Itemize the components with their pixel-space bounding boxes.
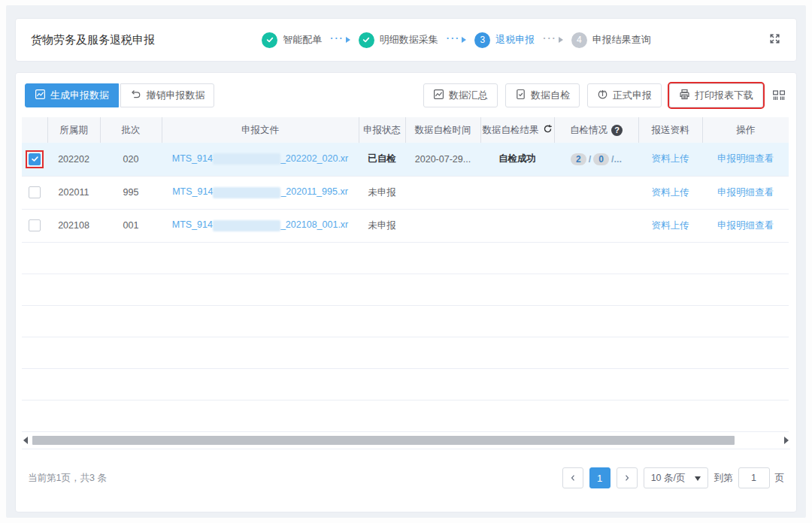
button-label: 正式申报 [613, 89, 652, 102]
count-badge: 0 [593, 153, 609, 165]
goto-page-input[interactable] [738, 467, 770, 488]
file-link[interactable]: MTS_914_202202_020.xr [172, 153, 349, 164]
generate-declaration-data-button[interactable]: 生成申报数据 [25, 83, 119, 107]
col-file: 申报文件 [162, 117, 359, 143]
refresh-icon[interactable] [543, 124, 553, 136]
scroll-right-icon[interactable] [784, 437, 789, 444]
row-checkbox[interactable] [29, 153, 41, 165]
button-label: 数据汇总 [449, 89, 488, 102]
declaration-table: 所属期 批次 申报文件 申报状态 数据自检时间 数据自检结果 自检情况? 报送资… [22, 117, 789, 432]
view-detail-link[interactable]: 申报明细查看 [717, 153, 774, 164]
file-cell: MTS_914_202108_001.xr [162, 209, 359, 242]
upload-link[interactable]: 资料上传 [652, 220, 689, 231]
help-icon[interactable]: ? [611, 125, 623, 136]
check-result-cell [480, 176, 554, 209]
print-report-download-button[interactable]: 打印报表下载 [669, 83, 763, 107]
checkbox-highlight [26, 183, 44, 201]
step-tax-refund-declare: 3 退税申报 [474, 32, 535, 48]
action-cell: 申报明细查看 [702, 176, 789, 209]
columns-icon[interactable] [771, 89, 787, 101]
check-detail-cell [554, 176, 638, 209]
doc-check-icon [515, 89, 526, 102]
check-time-cell [405, 176, 480, 209]
file-cell: MTS_914_202202_020.xr [162, 143, 359, 176]
horizontal-scrollbar[interactable] [22, 434, 790, 447]
generate-button-group: 生成申报数据 撤销申报数据 [25, 83, 214, 107]
upload-link[interactable]: 资料上传 [652, 187, 689, 198]
period-cell: 202202 [47, 143, 100, 176]
upload-link[interactable]: 资料上传 [652, 153, 689, 164]
period-cell: 202011 [47, 176, 100, 209]
step-number-badge: 4 [571, 32, 587, 48]
page-summary: 当前第1页，共3 条 [28, 472, 107, 485]
check-time-cell: 2020-07-29... [405, 143, 480, 176]
row-checkbox[interactable] [29, 219, 41, 231]
checkbox-highlight [26, 150, 44, 168]
file-link[interactable]: MTS_914_202011_995.xr [172, 186, 348, 197]
empty-row [22, 400, 789, 431]
action-cell: 申报明细查看 [702, 209, 789, 242]
fullscreen-icon[interactable] [768, 32, 781, 47]
printer-icon [679, 89, 690, 102]
page-number-button[interactable]: 1 [589, 467, 611, 488]
batch-cell: 995 [100, 176, 162, 209]
next-page-button[interactable] [617, 467, 638, 488]
button-label: 数据自检 [531, 89, 570, 102]
upload-cell: 资料上传 [638, 176, 702, 209]
data-self-check-button[interactable]: 数据自检 [505, 83, 580, 107]
declaration-panel: 生成申报数据 撤销申报数据 数据汇总 数据自检 正式申报 [15, 72, 797, 512]
goto-page: 到第 页 [714, 467, 785, 488]
step-indicator: 智能配单 ··· 明细数据采集 ··· 3 退税申报 ··· 4 申报结果查询 [155, 32, 758, 48]
row-checkbox[interactable] [29, 186, 41, 198]
page-size-select[interactable]: 10 条/页 [644, 467, 708, 488]
batch-cell: 020 [100, 143, 162, 176]
table-footer: 当前第1页，共3 条 1 10 条/页 到第 页 [22, 449, 790, 512]
step-number-badge: 3 [474, 32, 490, 48]
col-check-detail: 自检情况? [554, 117, 638, 143]
checkbox-cell [22, 143, 47, 176]
page-header: 货物劳务及服务退税申报 智能配单 ··· 明细数据采集 ··· 3 退税申报 ·… [15, 18, 797, 62]
prev-page-button[interactable] [562, 467, 583, 488]
scrollbar-track[interactable] [32, 436, 780, 445]
col-upload: 报送资料 [638, 117, 702, 143]
check-icon [262, 32, 277, 48]
chevron-down-icon [695, 476, 701, 484]
empty-row [22, 305, 789, 337]
col-status: 申报状态 [359, 117, 405, 143]
cancel-declaration-data-button[interactable]: 撤销申报数据 [120, 83, 214, 107]
upload-cell: 资料上传 [638, 209, 702, 242]
goto-unit-label: 页 [775, 472, 785, 485]
step-label: 明细数据采集 [380, 33, 438, 47]
col-check-time: 数据自检时间 [405, 117, 480, 143]
col-check-result: 数据自检结果 [480, 117, 554, 143]
data-summary-button[interactable]: 数据汇总 [423, 83, 498, 107]
scroll-left-icon[interactable] [23, 437, 28, 444]
button-label: 撤销申报数据 [146, 89, 205, 102]
step-smart-matching: 智能配单 [262, 32, 322, 48]
formal-declaration-button[interactable]: 正式申报 [587, 83, 662, 107]
check-result-cell: 自检成功 [480, 143, 554, 176]
step-label: 退税申报 [495, 33, 535, 47]
view-detail-link[interactable]: 申报明细查看 [717, 220, 774, 231]
redacted-text [213, 187, 280, 198]
check-time-cell [405, 209, 480, 242]
redacted-text [213, 153, 280, 165]
view-detail-link[interactable]: 申报明细查看 [717, 187, 774, 198]
empty-row [22, 274, 789, 305]
check-icon [359, 32, 374, 48]
page-title: 货物劳务及服务退税申报 [31, 33, 155, 47]
chart-icon [433, 89, 444, 102]
step-label: 智能配单 [283, 33, 322, 47]
batch-cell: 001 [100, 209, 162, 242]
checkbox-cell [22, 176, 47, 209]
empty-row [22, 337, 789, 368]
page-size-value: 10 条/页 [651, 472, 686, 485]
scrollbar-thumb[interactable] [32, 436, 735, 445]
chart-icon [35, 89, 46, 102]
upload-icon [597, 89, 608, 102]
status-cell: 未申报 [359, 209, 405, 242]
file-link[interactable]: MTS_914_202108_001.xr [172, 219, 349, 230]
col-actions: 操作 [702, 117, 789, 143]
button-label: 打印报表下载 [695, 89, 753, 102]
checkbox-highlight [26, 216, 44, 234]
